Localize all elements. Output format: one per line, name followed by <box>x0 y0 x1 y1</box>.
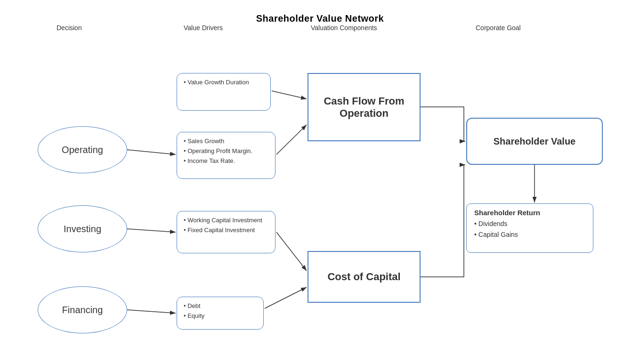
cost-capital-label: Cost of Capital <box>327 271 400 283</box>
box-fin-drivers: Debt Equity <box>177 297 264 330</box>
ellipse-investing: Investing <box>38 205 127 252</box>
arrow-inv-to-costcap <box>276 232 307 271</box>
col-header-goal: Corporate Goal <box>476 24 521 32</box>
box-vgd: Value Growth Duration <box>177 73 271 111</box>
ops-item-1: Sales Growth <box>184 137 268 146</box>
arrow-costcap-to-sv <box>421 165 465 277</box>
arrow-vgd-to-cashflow <box>272 91 307 99</box>
inv-item-1: Working Capital Investment <box>184 216 268 225</box>
fin-item-2: Equity <box>184 312 257 320</box>
shareholder-value-label: Shareholder Value <box>494 136 576 147</box>
box-shareholder-value: Shareholder Value <box>466 118 603 165</box>
fin-list: Debt Equity <box>184 302 257 320</box>
box-cost-capital: Cost of Capital <box>308 251 421 303</box>
ellipse-financing: Financing <box>38 286 127 333</box>
inv-item-2: Fixed Capital Investment <box>184 226 268 235</box>
box-inv-drivers: Working Capital Investment Fixed Capital… <box>177 211 275 253</box>
arrow-inv-to-drivers <box>127 229 176 232</box>
inv-list: Working Capital Investment Fixed Capital… <box>184 216 268 235</box>
col-header-valuation: Valuation Components <box>311 24 377 32</box>
arrow-cashflow-to-sv <box>421 107 465 141</box>
page-title: Shareholder Value Network <box>0 0 640 24</box>
col-header-drivers: Value Drivers <box>184 24 223 32</box>
ops-item-3: Income Tax Rate. <box>184 157 268 165</box>
box-ops-drivers: Sales Growth Operating Profit Margin. In… <box>177 132 275 179</box>
cashflow-label: Cash Flow FromOperation <box>324 95 404 120</box>
vgd-item-1: Value Growth Duration <box>184 78 264 87</box>
return-title: Shareholder Return <box>474 209 585 217</box>
ops-item-2: Operating Profit Margin. <box>184 147 268 155</box>
return-item-2: Capital Gains <box>474 230 585 240</box>
return-item-1: Dividends <box>474 219 585 229</box>
ops-list: Sales Growth Operating Profit Margin. In… <box>184 137 268 166</box>
arrow-op-to-drivers <box>127 150 176 154</box>
return-list: Dividends Capital Gains <box>474 219 585 239</box>
col-header-decision: Decision <box>57 24 82 32</box>
arrow-ops-to-cashflow <box>276 125 307 154</box>
arrow-fin-to-drivers <box>127 310 176 313</box>
ellipse-investing-label: Investing <box>64 224 101 235</box>
ellipse-financing-label: Financing <box>62 305 103 315</box>
ellipse-operating-label: Operating <box>62 145 103 155</box>
box-shareholder-return: Shareholder Return Dividends Capital Gai… <box>466 203 593 253</box>
fin-item-1: Debt <box>184 302 257 310</box>
arrow-fin-to-costcap <box>265 287 307 308</box>
ellipse-operating: Operating <box>38 126 127 173</box>
box-cashflow: Cash Flow FromOperation <box>308 73 421 141</box>
vgd-list: Value Growth Duration <box>184 78 264 87</box>
